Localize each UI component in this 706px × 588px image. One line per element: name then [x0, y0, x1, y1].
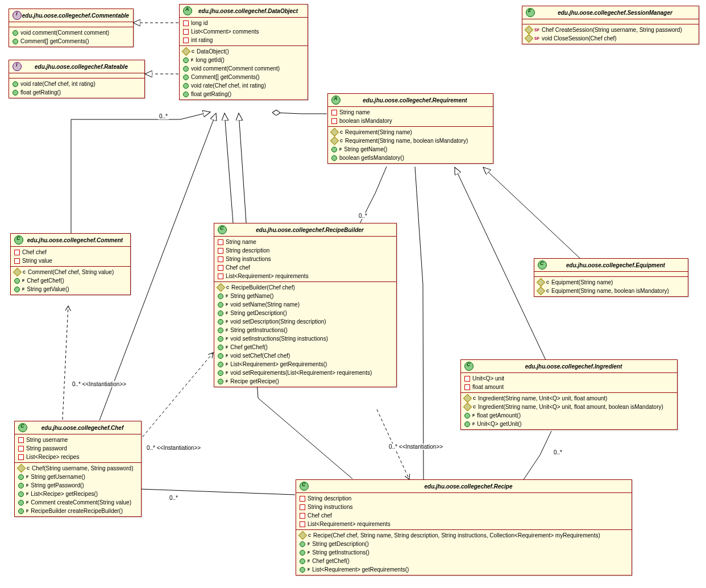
class-icon [18, 423, 27, 432]
class-icon [464, 362, 474, 371]
class-icon [218, 225, 227, 234]
class-ingredient[interactable]: edu.jhu.oose.collegechef.Ingredient Unit… [460, 359, 678, 430]
ctor-icon [13, 268, 22, 277]
ctor-icon [298, 531, 308, 540]
method-icon [18, 508, 24, 514]
class-icon [538, 260, 547, 270]
class-title: edu.jhu.oose.collegechef.Requirement [340, 97, 489, 103]
field-icon [183, 29, 189, 35]
method-icon [464, 413, 470, 419]
method-icon [18, 483, 24, 488]
method-icon [18, 500, 24, 506]
field-icon [300, 521, 305, 527]
class-comment[interactable]: edu.jhu.oose.collegechef.Comment Chef ch… [10, 233, 131, 295]
svg-line-8 [139, 353, 213, 441]
method-icon [13, 90, 18, 96]
field-icon [331, 118, 337, 124]
interface-icon [13, 11, 22, 20]
ctor-icon [463, 403, 472, 412]
ctor-icon [463, 394, 472, 403]
field-icon [183, 20, 189, 26]
field-icon [14, 250, 20, 255]
class-title: edu.jhu.oose.collegechef.Equipment [547, 262, 684, 268]
final-class-icon [526, 8, 535, 17]
class-chef[interactable]: edu.jhu.oose.collegechef.Chef String use… [14, 421, 142, 517]
class-title: edu.jhu.oose.collegechef.RecipeBuilder [227, 227, 393, 233]
relationship-label: 0..* <<Instantiation>> [146, 445, 202, 451]
class-requirement[interactable]: edu.jhu.oose.collegechef.Requirement Str… [327, 93, 493, 164]
method-icon [18, 491, 24, 497]
field-icon [218, 265, 223, 271]
svg-line-2 [225, 113, 233, 223]
method-icon [525, 26, 534, 35]
method-icon [464, 421, 470, 427]
field-icon [18, 446, 24, 452]
class-sessionmanager[interactable]: edu.jhu.oose.collegechef.SessionManager … [522, 6, 699, 44]
field-icon [464, 376, 470, 382]
method-icon [525, 34, 534, 43]
method-icon [218, 310, 223, 316]
method-icon [13, 81, 18, 87]
method-icon [218, 370, 223, 376]
abstract-class-icon [183, 6, 192, 15]
method-icon [218, 379, 223, 384]
field-icon [464, 384, 470, 390]
method-icon [218, 345, 223, 350]
method-icon [183, 57, 189, 63]
class-icon [14, 235, 23, 245]
class-title: edu.jhu.oose.collegechef.Recipe [309, 483, 628, 490]
relationship-label: 0..* <<Instantiation>> [388, 444, 444, 450]
svg-line-5 [455, 167, 546, 360]
field-icon [300, 496, 305, 502]
ctor-icon [217, 283, 226, 292]
field-icon [218, 248, 223, 254]
ctor-icon [537, 278, 546, 287]
method-icon [300, 541, 305, 547]
field-icon [218, 256, 223, 262]
class-title: edu.jhu.oose.collegechef.Rateable [22, 64, 141, 70]
method-icon [218, 319, 223, 325]
svg-line-6 [140, 489, 295, 495]
method-icon [218, 353, 223, 359]
class-recipe[interactable]: edu.jhu.oose.collegechef.Recipe String d… [296, 479, 632, 575]
ctor-icon [537, 287, 546, 296]
class-title: edu.jhu.oose.collegechef.SessionManager [535, 10, 695, 16]
class-commentable[interactable]: edu.jhu.oose.collegechef.Commentable voi… [9, 9, 134, 47]
method-icon [183, 83, 189, 89]
class-rateable[interactable]: edu.jhu.oose.collegechef.Rateable void r… [9, 60, 145, 98]
field-icon [18, 437, 24, 443]
field-icon [300, 513, 305, 519]
method-icon [218, 362, 223, 367]
class-title: edu.jhu.oose.collegechef.Chef [27, 425, 138, 431]
method-icon [300, 550, 305, 556]
class-equipment[interactable]: edu.jhu.oose.collegechef.Equipment CEqui… [534, 258, 688, 297]
field-icon [218, 239, 223, 245]
class-recipebuilder[interactable]: edu.jhu.oose.collegechef.RecipeBuilder S… [214, 223, 397, 387]
multiplicity-label: 0..* [553, 449, 563, 456]
ctor-icon [330, 136, 339, 146]
method-icon [18, 474, 24, 480]
method-icon [331, 147, 337, 152]
method-icon [183, 74, 189, 80]
class-title: edu.jhu.oose.collegechef.Ingredient [474, 363, 674, 370]
method-icon [218, 328, 223, 333]
class-title: edu.jhu.oose.collegechef.Commentable [22, 13, 130, 19]
ctor-icon [17, 464, 26, 473]
multiplicity-label: 0..* [358, 213, 368, 219]
relationship-label: 0..* <<Instantiation>> [71, 381, 127, 387]
ctor-icon [182, 47, 191, 56]
field-icon [183, 38, 189, 43]
class-icon [300, 482, 309, 491]
method-icon [218, 293, 223, 299]
class-dataobject[interactable]: edu.jhu.oose.collegechef.DataObject long… [179, 4, 308, 100]
method-icon [14, 278, 20, 284]
method-icon [300, 567, 305, 573]
class-title: edu.jhu.oose.collegechef.Comment [23, 237, 127, 243]
field-icon [18, 454, 24, 460]
field-icon [218, 274, 223, 279]
method-icon [183, 66, 189, 72]
class-title: edu.jhu.oose.collegechef.DataObject [192, 8, 304, 14]
svg-line-4 [483, 167, 580, 258]
method-icon [331, 155, 337, 161]
multiplicity-label: 0..* [168, 495, 179, 501]
